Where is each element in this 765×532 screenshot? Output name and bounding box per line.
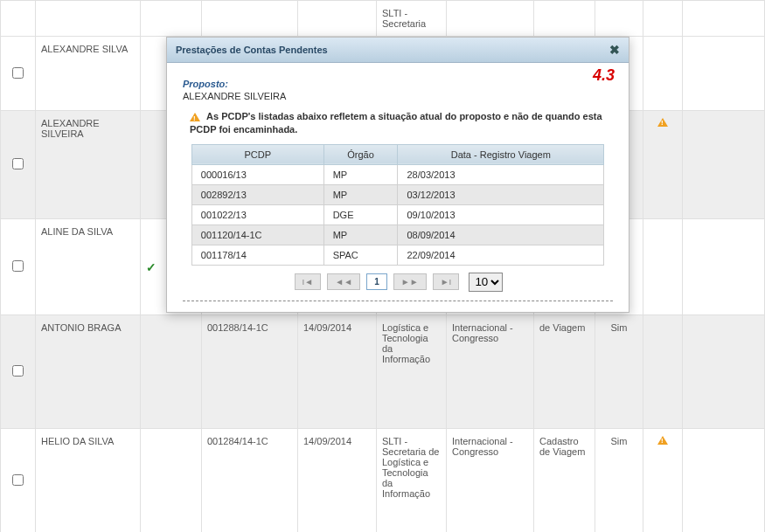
cell-orgao: DGE bbox=[323, 204, 398, 225]
pager-page-number[interactable]: 1 bbox=[366, 273, 387, 290]
cell-pcdp: 000016/13 bbox=[191, 164, 323, 184]
row-checkbox[interactable] bbox=[12, 67, 24, 79]
pager-prev-button[interactable]: ◄◄ bbox=[327, 273, 360, 290]
cell-orgao: MP bbox=[323, 225, 398, 245]
pager-next-button[interactable]: ►► bbox=[393, 273, 427, 290]
row-sim: Sim bbox=[595, 429, 643, 533]
row-desc: SLTI - Secretaria de Logística e Tecnolo… bbox=[377, 429, 447, 533]
row-date: 14/09/2014 bbox=[298, 429, 377, 533]
col-pcdp: PCDP bbox=[191, 144, 323, 164]
pager-size-select[interactable]: 10 bbox=[469, 273, 503, 292]
row-desc: Logística e Tecnologia da Informação bbox=[377, 315, 447, 429]
col-orgao: Órgão bbox=[323, 144, 398, 164]
pager-last-button[interactable]: ►ı bbox=[433, 273, 460, 290]
cell-pcdp: 001178/14 bbox=[191, 245, 323, 265]
cell-pcdp: 001022/13 bbox=[191, 204, 323, 225]
row-sim: Sim bbox=[595, 315, 643, 429]
check-icon: ✓ bbox=[146, 260, 156, 274]
header-slti: SLTI - Secretaria bbox=[377, 1, 447, 37]
row-checkbox[interactable] bbox=[12, 260, 24, 272]
cell-orgao: SPAC bbox=[323, 245, 398, 265]
warning-icon bbox=[190, 113, 200, 121]
row-checkbox[interactable] bbox=[12, 158, 24, 169]
warning-icon bbox=[657, 436, 668, 445]
cell-pcdp: 002892/13 bbox=[191, 184, 323, 204]
row-cad: de Viagem bbox=[534, 315, 595, 429]
row-name: ANTONIO BRAGA bbox=[36, 315, 141, 429]
dialog-title-text: Prestações de Contas Pendentes bbox=[176, 45, 328, 55]
cell-data: 22/09/2014 bbox=[398, 245, 604, 265]
warning-icon bbox=[657, 118, 668, 127]
pcdp-table: PCDP Órgão Data - Registro Viagem 000016… bbox=[191, 144, 604, 266]
row-date: 14/09/2014 bbox=[298, 315, 377, 429]
dialog-version-label: 4.3 bbox=[593, 66, 615, 85]
close-icon[interactable]: ✖ bbox=[609, 43, 620, 57]
dialog-warning-text: As PCDP's listadas abaixo refletem a sit… bbox=[190, 110, 606, 137]
value-proposto: ALEXANDRE SILVEIRA bbox=[183, 91, 613, 101]
dialog-divider bbox=[183, 301, 613, 301]
col-data: Data - Registro Viagem bbox=[398, 144, 604, 164]
row-checkbox[interactable] bbox=[12, 365, 24, 377]
row-type: Internacional - Congresso bbox=[447, 429, 534, 533]
row-name: HELIO DA SILVA bbox=[36, 429, 141, 533]
paginator: ı◄ ◄◄ 1 ►► ►ı 10 bbox=[183, 273, 613, 292]
cell-orgao: MP bbox=[323, 184, 398, 204]
dialog-pending-accounts: Prestações de Contas Pendentes ✖ 4.3 Pro… bbox=[166, 37, 629, 313]
table-row: 001178/14 SPAC 22/09/2014 bbox=[191, 245, 603, 265]
row-name: ALINE DA SILVA bbox=[36, 219, 141, 315]
row-name: ALEXANDRE SILVA bbox=[36, 37, 141, 111]
label-proposto: Proposto: bbox=[183, 79, 613, 89]
dialog-titlebar: Prestações de Contas Pendentes ✖ bbox=[167, 38, 629, 63]
row-cad: Cadastro de Viagem bbox=[534, 429, 595, 533]
cell-data: 28/03/2013 bbox=[398, 164, 604, 184]
cell-orgao: MP bbox=[323, 164, 398, 184]
row-name: ALEXANDRE SILVEIRA bbox=[36, 111, 141, 219]
table-row: 000016/13 MP 28/03/2013 bbox=[191, 164, 603, 184]
pager-first-button[interactable]: ı◄ bbox=[295, 273, 322, 290]
table-row: 001022/13 DGE 09/10/2013 bbox=[191, 204, 603, 225]
dialog-warning-msg: As PCDP's listadas abaixo refletem a sit… bbox=[190, 111, 602, 135]
cell-data: 08/09/2014 bbox=[398, 225, 604, 245]
row-type: Internacional - Congresso bbox=[447, 315, 534, 429]
row-checkbox[interactable] bbox=[12, 474, 24, 486]
cell-data: 09/10/2013 bbox=[398, 204, 604, 225]
table-row: 001120/14-1C MP 08/09/2014 bbox=[191, 225, 603, 245]
cell-data: 03/12/2013 bbox=[398, 184, 604, 204]
row-code: 001288/14-1C bbox=[202, 315, 298, 429]
cell-pcdp: 001120/14-1C bbox=[191, 225, 323, 245]
table-row: 002892/13 MP 03/12/2013 bbox=[191, 184, 603, 204]
row-code: 001284/14-1C bbox=[202, 429, 298, 533]
